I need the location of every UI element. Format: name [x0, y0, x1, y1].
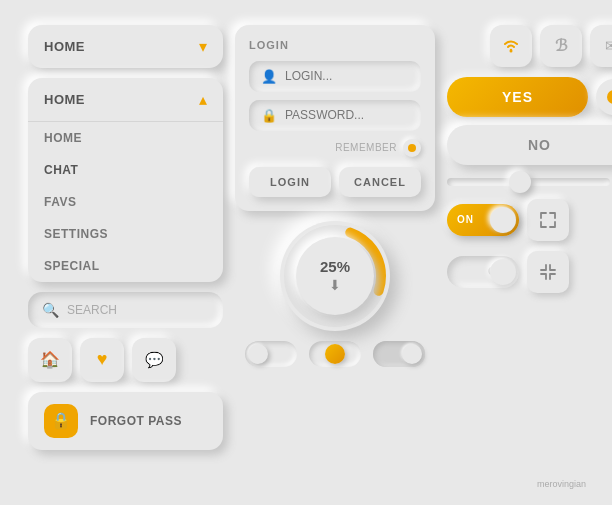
slider-row — [447, 175, 612, 189]
dropdown-open: HOME ▴ HOME CHAT FAVS SETTINGS SPECIAL — [28, 78, 223, 282]
off-row: OFF — [447, 251, 612, 293]
login-input[interactable] — [285, 69, 435, 83]
toggle-off-knob — [490, 259, 516, 285]
lock-field-icon: 🔒 — [261, 108, 277, 123]
on-off-row: ON — [447, 199, 612, 241]
toggle-knob — [402, 344, 422, 364]
toggle-off[interactable]: OFF — [447, 256, 519, 288]
progress-area: 25% ⬇ — [235, 221, 435, 331]
expand-button[interactable] — [527, 199, 569, 241]
search-bar[interactable]: 🔍 SEARCH — [28, 292, 223, 328]
progress-circle: 25% ⬇ — [280, 221, 390, 331]
radio-toggle-on[interactable] — [596, 79, 612, 115]
chevron-up-icon: ▴ — [199, 90, 207, 109]
toggle-grey-off[interactable] — [245, 341, 297, 367]
bluetooth-button[interactable]: ℬ — [540, 25, 582, 67]
remember-label: REMEMBER — [335, 142, 397, 153]
yes-no-section: YES NO — [447, 77, 612, 165]
chevron-down-icon: ▾ — [199, 37, 207, 56]
toggle-knob — [248, 344, 268, 364]
dropdown-closed[interactable]: HOME ▾ — [28, 25, 223, 68]
no-button[interactable]: NO — [447, 125, 612, 165]
watermark: merovingian — [537, 479, 586, 489]
password-input[interactable] — [285, 108, 435, 122]
toggle-on-knob — [490, 207, 516, 233]
search-icon: 🔍 — [42, 302, 59, 318]
yes-button[interactable]: YES — [447, 77, 588, 117]
menu-item-favs[interactable]: FAVS — [28, 186, 223, 218]
progress-percentage: 25% — [320, 258, 350, 275]
svg-point-2 — [510, 49, 513, 52]
bluetooth-icon: ℬ — [555, 36, 568, 55]
login-title: LOGIN — [249, 39, 421, 51]
remember-row: REMEMBER — [249, 139, 421, 157]
bottom-toggles — [235, 341, 435, 367]
progress-inner: 25% ⬇ — [296, 237, 374, 315]
mail-icon: ✉ — [605, 37, 613, 55]
icon-row: 🏠 ♥ 💬 — [28, 338, 223, 382]
chat-button[interactable]: 💬 — [132, 338, 176, 382]
user-icon: 👤 — [261, 69, 277, 84]
no-row: NO — [447, 125, 612, 165]
cancel-button[interactable]: CANCEL — [339, 167, 421, 197]
lock-icon: 🔒 — [44, 404, 78, 438]
menu-item-chat[interactable]: CHAT — [28, 154, 223, 186]
wifi-icon — [501, 38, 521, 54]
expand-icon — [540, 212, 556, 228]
login-button[interactable]: LOGIN — [249, 167, 331, 197]
form-buttons: LOGIN CANCEL — [249, 167, 421, 197]
login-form: LOGIN 👤 🔒 REMEMBER LOGIN CANCEL — [235, 25, 435, 211]
toggle-yellow-mid[interactable] — [309, 341, 361, 367]
top-icon-row: ℬ ✉ — [447, 25, 612, 67]
wifi-button[interactable] — [490, 25, 532, 67]
remember-toggle[interactable] — [403, 139, 421, 157]
menu-item-home[interactable]: HOME — [28, 122, 223, 154]
dropdown-header[interactable]: HOME ▴ — [28, 78, 223, 122]
forgot-pass-label: FORGOT PASS — [90, 414, 182, 428]
login-input-row[interactable]: 👤 — [249, 61, 421, 92]
dropdown-closed-label: HOME — [44, 39, 85, 54]
download-icon: ⬇ — [329, 277, 341, 293]
search-placeholder: SEARCH — [67, 303, 117, 317]
collapse-icon — [540, 264, 556, 280]
on-label: ON — [457, 214, 474, 225]
forgot-pass-button[interactable]: 🔒 FORGOT PASS — [28, 392, 223, 450]
mail-button[interactable]: ✉ — [590, 25, 612, 67]
home-button[interactable]: 🏠 — [28, 338, 72, 382]
toggle-on[interactable]: ON — [447, 204, 519, 236]
heart-button[interactable]: ♥ — [80, 338, 124, 382]
password-input-row[interactable]: 🔒 — [249, 100, 421, 131]
collapse-button[interactable] — [527, 251, 569, 293]
slider-knob[interactable] — [509, 171, 531, 193]
yes-row: YES — [447, 77, 612, 117]
menu-item-settings[interactable]: SETTINGS — [28, 218, 223, 250]
menu-item-special[interactable]: SPECIAL — [28, 250, 223, 282]
toggle-grey-right[interactable] — [373, 341, 425, 367]
dropdown-open-label: HOME — [44, 92, 85, 107]
slider-track[interactable] — [447, 178, 610, 186]
toggle-knob — [325, 344, 345, 364]
